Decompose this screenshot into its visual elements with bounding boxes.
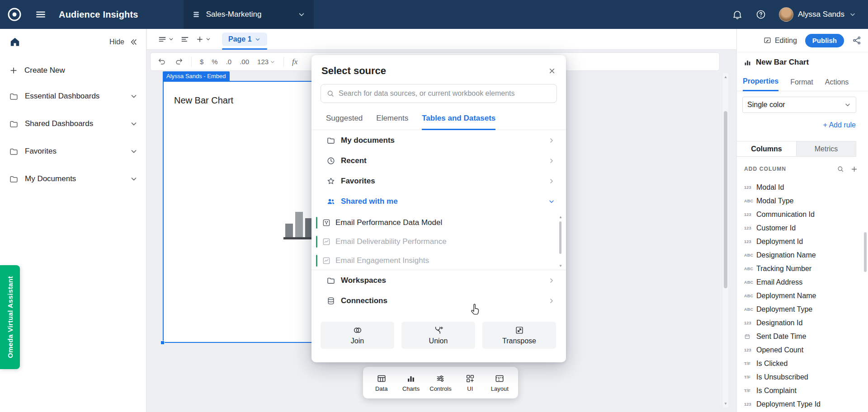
column-row[interactable]: 123Deployment Type Id — [737, 398, 863, 411]
editing-button[interactable]: Editing — [763, 36, 797, 45]
bar-chart-icon — [743, 58, 752, 67]
column-row[interactable]: ABCModal Type — [737, 194, 863, 208]
column-row[interactable]: 123Designation Id — [737, 316, 863, 330]
search-input[interactable] — [339, 89, 551, 98]
chevron-down-icon — [130, 147, 138, 155]
column-row[interactable]: T/FIs Clicked — [737, 357, 863, 370]
add-rule-link[interactable]: + Add rule — [823, 121, 856, 129]
hamburger-menu-button[interactable] — [29, 0, 52, 29]
tab-tables-and-datasets[interactable]: Tables and Datasets — [422, 114, 495, 130]
dock-controls-button[interactable]: Controls — [427, 374, 454, 392]
scroll-down-icon[interactable]: ▼ — [558, 264, 563, 268]
column-row[interactable]: ABCEmail Address — [737, 276, 863, 289]
add-page-button[interactable] — [196, 35, 211, 43]
data-model-icon — [322, 218, 331, 227]
dock-charts-button[interactable]: Charts — [397, 374, 425, 392]
text-type-icon: ABC — [744, 267, 756, 271]
canvas-scrollbar[interactable]: ▲ ▼ — [722, 73, 728, 407]
boolean-type-icon: T/F — [744, 375, 756, 379]
close-button[interactable] — [548, 67, 556, 75]
hide-sidebar-button[interactable]: Hide — [109, 37, 138, 47]
user-menu[interactable]: Alyssa Sands — [779, 7, 856, 22]
share-button[interactable] — [852, 36, 862, 45]
column-row[interactable]: 123Opened Count — [737, 343, 863, 357]
column-row[interactable]: ABCDeployment Name — [737, 289, 863, 303]
dock-layout-button[interactable]: Layout — [486, 374, 513, 392]
column-row[interactable]: T/FIs Complaint — [737, 384, 863, 398]
redo-button[interactable] — [175, 57, 183, 66]
formula-button[interactable]: fx — [292, 57, 297, 66]
notifications-button[interactable] — [732, 9, 743, 20]
increase-decimal-button[interactable]: .00 — [240, 58, 249, 66]
source-workspaces[interactable]: Workspaces — [311, 270, 566, 290]
column-row[interactable]: ABCTracking Number — [737, 262, 863, 276]
dock-ui-button[interactable]: UI — [457, 374, 484, 392]
tab-columns[interactable]: Columns — [737, 141, 796, 156]
sidebar-item-essential-dashboards[interactable]: Essential Dashboards — [0, 83, 146, 109]
divider — [191, 57, 192, 67]
outline-button[interactable] — [180, 35, 189, 44]
search-icon[interactable] — [837, 165, 844, 173]
source-shared-with-me[interactable]: Shared with me — [311, 191, 566, 211]
star-icon — [326, 177, 335, 186]
workspace-selector[interactable]: Sales-Marketing — [184, 0, 314, 29]
undo-button[interactable] — [158, 57, 166, 66]
source-my-documents[interactable]: My documents — [311, 130, 566, 150]
tab-elements[interactable]: Elements — [376, 114, 408, 130]
sidebar-item-shared-dashboards[interactable]: Shared Dashboards — [0, 111, 146, 137]
divider — [283, 57, 284, 67]
sidebar-item-my-documents[interactable]: My Documents — [0, 166, 146, 192]
resize-handle[interactable] — [160, 341, 165, 345]
source-search[interactable] — [321, 84, 557, 103]
sidebar-item-favorites[interactable]: Favorites — [0, 138, 146, 164]
scrollbar-thumb[interactable] — [724, 111, 727, 288]
chevron-right-icon — [548, 178, 555, 185]
scroll-up-icon[interactable]: ▲ — [558, 215, 563, 219]
column-row[interactable]: ABCDesignation Name — [737, 248, 863, 262]
scroll-up-icon[interactable]: ▲ — [722, 75, 729, 79]
column-row[interactable]: T/FIs Unsubscribed — [737, 370, 863, 384]
item-email-performance-data-model[interactable]: Email Performance Data Model — [311, 213, 566, 232]
tab-format[interactable]: Format — [790, 72, 813, 91]
omeda-logo-icon — [6, 6, 23, 23]
create-new-button[interactable]: Create New — [0, 66, 146, 75]
element-list-button[interactable] — [158, 35, 174, 44]
source-favorites[interactable]: Favorites — [311, 171, 566, 191]
join-button[interactable]: Join — [321, 322, 394, 349]
color-mode-select[interactable]: Single color — [742, 97, 856, 113]
add-column-button[interactable] — [850, 165, 858, 173]
dock-data-button[interactable]: Data — [368, 374, 395, 392]
app-logo[interactable] — [0, 0, 29, 29]
panel-tabs: Properties Format Actions — [737, 72, 868, 91]
column-row[interactable]: Sent Date Time — [737, 330, 863, 343]
help-button[interactable] — [755, 9, 766, 20]
transpose-button[interactable]: Transpose — [482, 322, 556, 349]
union-button[interactable]: Union — [401, 322, 475, 349]
scrollbar-thumb[interactable] — [559, 221, 561, 254]
number-format-button[interactable]: 123 — [257, 58, 275, 66]
home-button[interactable] — [9, 36, 21, 48]
list-scrollbar[interactable]: ▲ ▼ — [558, 214, 563, 269]
source-connections[interactable]: Connections — [311, 290, 566, 311]
column-row[interactable]: 123Deployment Id — [737, 235, 863, 248]
decrease-decimal-button[interactable]: .0 — [226, 58, 232, 66]
column-row[interactable]: 123Communication Id — [737, 208, 863, 221]
column-row[interactable]: 123Modal Id — [737, 181, 863, 194]
scroll-down-icon[interactable]: ▼ — [722, 402, 729, 406]
page-tab[interactable]: Page 1 — [222, 33, 267, 46]
tab-metrics[interactable]: Metrics — [796, 141, 856, 156]
panel-title: New Bar Chart — [743, 58, 809, 67]
publish-button[interactable]: Publish — [805, 34, 844, 47]
document-actions: Editing Publish — [737, 29, 868, 52]
column-row[interactable]: 123Customer Id — [737, 221, 863, 235]
tab-suggested[interactable]: Suggested — [326, 114, 363, 130]
column-row[interactable]: ABCDeployment Type — [737, 303, 863, 316]
chart-element-title: New Bar Chart — [174, 95, 233, 106]
tab-actions[interactable]: Actions — [825, 72, 849, 91]
virtual-assistant-tab[interactable]: Omeda Virtual Assistant — [0, 265, 20, 369]
percent-format-button[interactable]: % — [212, 58, 217, 66]
tab-properties[interactable]: Properties — [743, 72, 778, 91]
panel-scrollbar-thumb[interactable] — [864, 232, 867, 272]
currency-format-button[interactable]: $ — [200, 58, 203, 66]
source-recent[interactable]: Recent — [311, 150, 566, 171]
